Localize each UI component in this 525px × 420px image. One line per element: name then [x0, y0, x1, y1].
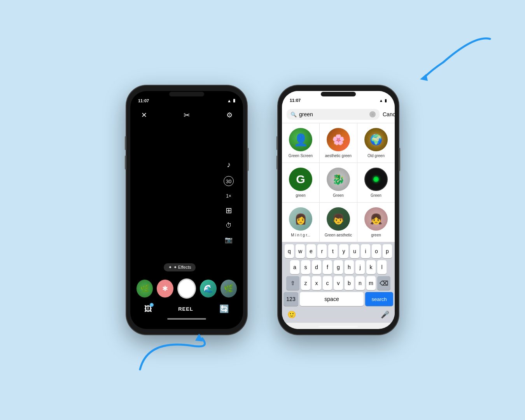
effect-teal[interactable]: 🌊 — [200, 280, 216, 298]
search-battery-icon: ▮ — [385, 98, 387, 103]
key-r[interactable]: r — [317, 244, 327, 258]
camera-flip-icon[interactable]: 📷 — [225, 236, 233, 243]
camera-time: 11:07 — [138, 98, 149, 103]
close-button[interactable]: ✕ — [138, 109, 150, 121]
effect-name-green-dot: Green — [371, 193, 382, 198]
kb-row-2: a s d f g h j k l — [284, 260, 393, 274]
key-h[interactable]: h — [345, 260, 354, 274]
cancel-button[interactable]: Cancel — [383, 111, 395, 117]
effect-avatar-old-green: 🌍 — [364, 128, 388, 151]
key-u[interactable]: u — [350, 244, 359, 258]
kb-row-4: 123 space search — [284, 292, 393, 306]
space-key[interactable]: space — [300, 292, 364, 306]
right-phone: 11:07 ▲ ▮ 🔍 ✕ Cancel — [278, 86, 399, 334]
speed-1x-icon[interactable]: 1× — [226, 193, 231, 199]
wifi-icon: ▲ — [227, 98, 231, 103]
grid-icon[interactable]: ⊞ — [226, 206, 232, 215]
search-input[interactable] — [299, 111, 367, 117]
search-magnifier-icon: 🔍 — [290, 112, 297, 117]
effects-badge[interactable]: ✦ ✦ Effects — [164, 263, 196, 271]
left-phone-notch — [169, 92, 204, 96]
clear-icon[interactable]: ✕ — [369, 111, 376, 117]
effect-pink-star[interactable]: ✱ — [157, 280, 173, 298]
search-phone-time: 11:07 — [290, 98, 301, 103]
key-y[interactable]: y — [339, 244, 348, 258]
effect-avatar-green2: 🐉 — [327, 168, 350, 191]
search-key[interactable]: search — [365, 292, 393, 306]
left-phone: 11:07 ▲ ▮ ✕ ✂ ⚙ ♪ 30 — [126, 86, 247, 334]
effects-label: ✦ Effects — [173, 265, 191, 270]
key-d[interactable]: d — [312, 260, 321, 274]
key-n[interactable]: n — [355, 276, 365, 290]
key-k[interactable]: k — [366, 260, 376, 274]
key-e[interactable]: e — [306, 244, 316, 258]
effect-cell-green-aes[interactable]: 👦 Green aesthetic — [320, 203, 357, 242]
key-s[interactable]: s — [301, 260, 310, 274]
key-v[interactable]: v — [334, 276, 343, 290]
flip-camera-btn[interactable]: 🔄 — [219, 304, 229, 313]
key-w[interactable]: w — [296, 244, 305, 258]
effect-center-btn[interactable]: 🎞 — [177, 278, 196, 299]
scissors-icon[interactable]: ✂ — [181, 109, 192, 121]
delete-key[interactable]: ⌫ — [377, 276, 390, 290]
effect-cell-green-g[interactable]: G green — [282, 163, 319, 202]
scene: 11:07 ▲ ▮ ✕ ✂ ⚙ ♪ 30 — [0, 0, 525, 420]
effect-cell-green2[interactable]: 🐉 Green — [320, 163, 357, 202]
key-f[interactable]: f — [323, 260, 332, 274]
effect-cell-green-dot[interactable]: Green — [357, 163, 395, 202]
key-g[interactable]: g — [334, 260, 343, 274]
battery-icon: ▮ — [233, 98, 235, 103]
key-i[interactable]: i — [361, 244, 370, 258]
effect-avatar-green-g: G — [289, 168, 312, 191]
key-p[interactable]: p — [383, 244, 392, 258]
right-arrow — [412, 31, 498, 93]
effect-green-face[interactable]: 🌿 — [136, 280, 153, 298]
effect-cell-aesthetic-green[interactable]: 🌸 aesthetic green — [320, 123, 357, 163]
effect-name-aesthetic: aesthetic green — [325, 154, 352, 158]
key-t[interactable]: t — [328, 244, 338, 258]
camera-right-controls: ♪ 30 1× ⊞ ⏱ 📷 — [224, 160, 234, 243]
music-icon[interactable]: ♪ — [227, 160, 231, 169]
mic-key[interactable]: 🎤 — [378, 308, 392, 321]
key-j[interactable]: j — [355, 260, 365, 274]
key-o[interactable]: o — [372, 244, 381, 258]
effect-name-green-g: green — [296, 193, 306, 198]
effect-portrait[interactable]: 🌿 — [220, 280, 237, 298]
effect-name-green-aes: Green aesthetic — [325, 233, 352, 237]
effect-avatar-aesthetic: 🌸 — [327, 128, 350, 151]
effects-icon: ✦ — [168, 265, 172, 270]
key-l[interactable]: l — [377, 260, 387, 274]
search-input-box[interactable]: 🔍 ✕ — [287, 109, 380, 120]
key-a[interactable]: a — [290, 260, 299, 274]
key-m[interactable]: m — [366, 276, 376, 290]
effects-grid: 👤 Green Screen 🌸 aesthetic green 🌍 — [282, 123, 395, 242]
svg-marker-1 — [420, 74, 428, 81]
effect-cell-old-green[interactable]: 🌍 Old green — [357, 123, 395, 163]
camera-status-icons: ▲ ▮ — [227, 98, 235, 103]
search-bar-row: 🔍 ✕ Cancel — [282, 106, 395, 123]
key-z[interactable]: z — [301, 276, 310, 290]
timer-icon[interactable]: ⏱ — [226, 222, 232, 229]
gallery-icon[interactable]: 🖼 + — [144, 304, 152, 313]
shift-key[interactable]: ⇧ — [286, 276, 299, 290]
effect-cell-green-screen[interactable]: 👤 Green Screen — [282, 123, 319, 163]
effect-avatar-mint: 👩 — [289, 207, 312, 231]
timer-30-icon[interactable]: 30 — [224, 176, 234, 186]
key-x[interactable]: x — [312, 276, 321, 290]
effects-row: 🌿 ✱ 🎞 🌊 🌿 — [136, 278, 237, 299]
settings-icon[interactable]: ⚙ — [224, 109, 235, 121]
camera-bottom: ✦ ✦ Effects 🌿 ✱ 🎞 🌊 🌿 — [130, 263, 243, 329]
effect-avatar-green-dot — [364, 168, 388, 191]
effect-cell-green3[interactable]: 👧 green — [357, 203, 395, 242]
key-c[interactable]: c — [323, 276, 332, 290]
home-indicator — [167, 318, 206, 320]
key-q[interactable]: q — [285, 244, 294, 258]
key-b[interactable]: b — [345, 276, 354, 290]
effect-cell-mint[interactable]: 👩 M i n t g r... — [282, 203, 319, 242]
emoji-key[interactable]: 🙂 — [285, 308, 298, 321]
effect-name-green3: green — [371, 233, 381, 237]
effect-name-mint: M i n t g r... — [291, 233, 310, 237]
num-key[interactable]: 123 — [284, 292, 298, 306]
mode-label: REEL — [178, 306, 193, 312]
effect-name-old-green: Old green — [368, 154, 385, 158]
